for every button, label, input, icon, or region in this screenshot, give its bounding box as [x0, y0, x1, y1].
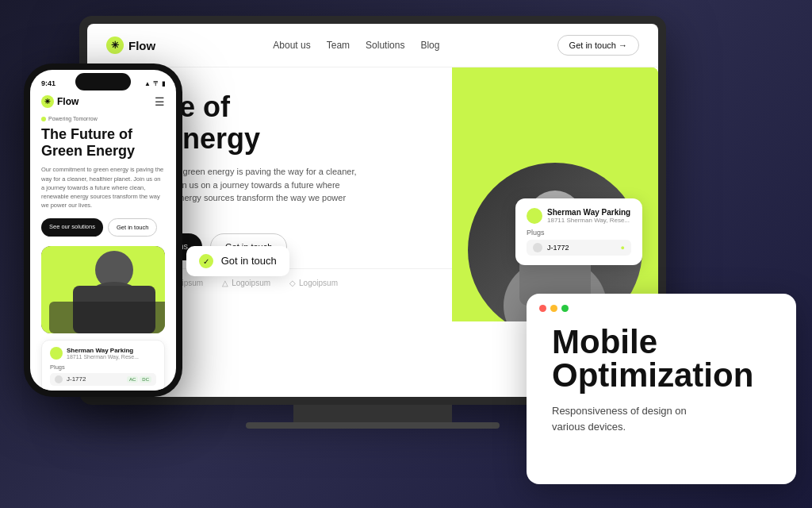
- ev-plug-item: J-1772 ●: [527, 240, 631, 256]
- phone-primary-btn[interactable]: See our solutions: [41, 218, 103, 237]
- plug-status: ●: [621, 244, 625, 252]
- phone-notch: [75, 73, 131, 90]
- phone-logo: ✳ Flow: [41, 95, 79, 108]
- laptop-base: [246, 422, 500, 429]
- battery-icon: ▮: [162, 80, 165, 87]
- phone-ev-avatar: [50, 347, 63, 360]
- mobile-opt-description: Responsiveness of design onvarious devic…: [552, 403, 771, 434]
- svg-rect-7: [49, 302, 165, 333]
- mobile-optimization-card: MobileOptimization Responsiveness of des…: [527, 294, 796, 484]
- laptop-nav: ✳ Flow About us Team Solutions Blog Get …: [87, 24, 658, 67]
- nav-link-blog[interactable]: Blog: [420, 40, 439, 51]
- phone-hero-text: Our commitment to green energy is paving…: [30, 165, 176, 217]
- phone-ev-address: 18711 Sherman Way, Rese...: [67, 354, 156, 360]
- phone-time: 9:41: [41, 79, 56, 87]
- logo-3: ◇Logoipsum: [289, 279, 338, 287]
- laptop-nav-links: About us Team Solutions Blog: [273, 40, 439, 51]
- phone-plug-dot: [55, 375, 63, 383]
- phone-buttons: See our solutions Get in touch: [30, 218, 176, 246]
- phone-ev-plugs: Plugs: [50, 364, 156, 371]
- mobile-opt-title: MobileOptimization: [552, 325, 771, 392]
- ev-plugs-label: Plugs: [527, 229, 631, 237]
- card-titlebar: [539, 305, 569, 312]
- ev-avatar: [527, 208, 542, 224]
- phone-plug-id: J-1772: [67, 375, 123, 383]
- wifi-icon: 〒: [153, 79, 159, 88]
- got-in-touch-label: Got in touch: [221, 255, 277, 267]
- phone-ev-title: Sherman Way Parking: [67, 347, 156, 354]
- signal-icon: ▲: [144, 80, 151, 87]
- phone-status-icons: ▲ 〒 ▮: [144, 79, 165, 88]
- maximize-dot: [561, 305, 569, 312]
- phone-brand: Flow: [57, 96, 79, 107]
- phone-person-image: [41, 246, 165, 333]
- laptop-cta-button[interactable]: Get in touch →: [557, 35, 639, 56]
- phone-nav: ✳ Flow ☰: [30, 92, 176, 114]
- tag-ac: AC: [127, 376, 138, 383]
- hamburger-icon[interactable]: ☰: [155, 95, 165, 108]
- plug-id: J-1772: [547, 244, 569, 252]
- laptop-logo: ✳ Flow: [106, 37, 155, 54]
- phone-screen: 9:41 ▲ 〒 ▮ ✳ Flow ☰ Powering Tomorrow Th…: [30, 70, 176, 391]
- phone-secondary-btn[interactable]: Get in touch: [108, 218, 157, 237]
- ev-card-address: 18711 Sherman Way, Rese...: [547, 217, 630, 224]
- phone-hero-image: [41, 246, 165, 333]
- phone-ev-card: Sherman Way Parking 18711 Sherman Way, R…: [41, 340, 165, 391]
- ev-card-title: Sherman Way Parking: [547, 208, 630, 217]
- phone-ev-plug-row: J-1772 AC DC: [50, 373, 156, 386]
- laptop-hero-image: [452, 67, 658, 321]
- phone-badge: Powering Tomorrow: [30, 114, 176, 123]
- logo-icon: ✳: [106, 37, 124, 54]
- nav-link-solutions[interactable]: Solutions: [366, 40, 404, 51]
- check-icon: ✓: [199, 254, 213, 268]
- phone-logo-icon: ✳: [41, 95, 54, 108]
- laptop-brand-name: Flow: [128, 39, 155, 52]
- nav-link-team[interactable]: Team: [327, 40, 350, 51]
- got-in-touch-badge: ✓ Got in touch: [186, 246, 289, 276]
- ev-card-laptop: Sherman Way Parking 18711 Sherman Way, R…: [515, 198, 642, 265]
- close-dot: [539, 305, 546, 312]
- nav-link-about[interactable]: About us: [273, 40, 310, 51]
- tag-dc: DC: [140, 376, 151, 383]
- phone-device: 9:41 ▲ 〒 ▮ ✳ Flow ☰ Powering Tomorrow Th…: [24, 64, 182, 397]
- phone-badge-dot: [41, 117, 46, 121]
- phone-hero-title: The Future of Green Energy: [30, 123, 176, 165]
- minimize-dot: [550, 305, 557, 312]
- plug-icon: [533, 243, 542, 252]
- logo-2: △Logoipsum: [222, 279, 270, 287]
- phone-plug-tags: AC DC: [127, 376, 151, 383]
